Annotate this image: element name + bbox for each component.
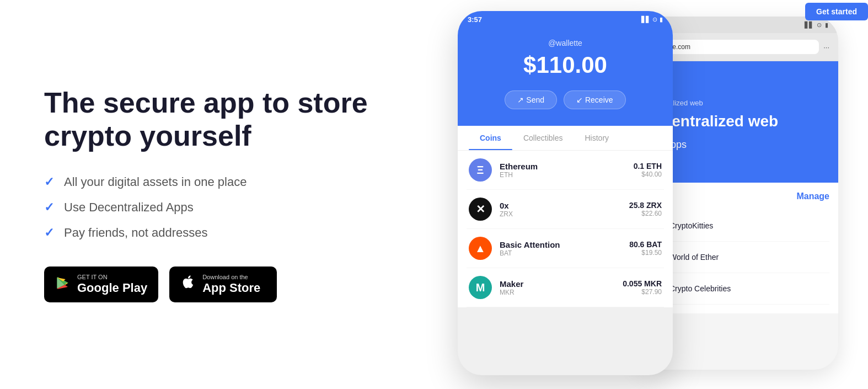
coin-list: Ξ Ethereum ETH 0.1 ETH $40.00 ✕ 0x ZRX — [458, 151, 673, 307]
mkr-usd: $27.90 — [623, 288, 662, 296]
features-list: ✓ All your digital assets in one place ✓… — [44, 175, 386, 240]
browser-menu-icon[interactable]: ··· — [823, 43, 829, 51]
wifi-icon: ⊙ — [652, 16, 657, 23]
crypto-celebrities-label: Crypto Celebrities — [669, 284, 731, 293]
mkr-value: 0.055 MKR $27.90 — [623, 279, 662, 296]
bg-battery-icon: ▮ — [825, 22, 828, 29]
bat-info: Basic Attention BAT — [500, 240, 621, 257]
tab-coins[interactable]: Coins — [469, 126, 512, 150]
zrx-info: 0x ZRX — [500, 201, 621, 218]
apple-icon — [180, 274, 196, 295]
phone-main: 3:57 ▋▋ ⊙ ▮ @wallette $110.00 ↗ Send ↙ R… — [458, 11, 673, 375]
eth-usd: $40.00 — [634, 170, 662, 178]
app-store-button[interactable]: Download on the App Store — [169, 267, 277, 302]
wallet-actions: ↗ Send ↙ Receive — [469, 90, 662, 109]
phone-time: 3:57 — [468, 15, 482, 24]
checkmark-icon-3: ✓ — [44, 226, 54, 240]
zrx-usd: $22.60 — [629, 210, 662, 217]
bat-amount: 80.6 BAT — [629, 240, 662, 249]
phone-status-bar: 3:57 ▋▋ ⊙ ▮ — [458, 11, 673, 28]
mkr-amount: 0.055 MKR — [623, 279, 662, 288]
coin-row-zrx[interactable]: ✕ 0x ZRX 25.8 ZRX $22.60 — [467, 190, 664, 229]
checkmark-icon-2: ✓ — [44, 200, 54, 215]
zrx-symbol: ZRX — [500, 210, 621, 218]
zrx-icon: ✕ — [469, 198, 492, 221]
bat-value: 80.6 BAT $19.50 — [629, 240, 662, 257]
mkr-symbol: MKR — [500, 289, 615, 296]
bg-signal-icon: ▋▋ — [805, 22, 813, 29]
coin-row-bat[interactable]: ▲ Basic Attention BAT 80.6 BAT $19.50 — [467, 229, 664, 268]
bat-icon: ▲ — [469, 237, 492, 260]
page-title: The secure app to store crypto yourself — [44, 87, 375, 153]
cryptokitties-label: CryptoKitties — [669, 221, 713, 230]
signal-icon: ▋▋ — [641, 16, 650, 23]
mkr-icon: M — [469, 276, 492, 299]
coin-row-mkr[interactable]: M Maker MKR 0.055 MKR $27.90 — [467, 268, 664, 307]
eth-symbol: ETH — [500, 171, 626, 179]
phone-status-icons: ▋▋ ⊙ ▮ — [641, 16, 663, 23]
page-container: Get started The secure app to store cryp… — [0, 0, 868, 389]
eth-info: Ethereum ETH — [500, 162, 626, 179]
eth-name: Ethereum — [500, 162, 626, 171]
mkr-name: Maker — [500, 279, 615, 289]
send-button[interactable]: ↗ Send — [505, 90, 557, 109]
feature-item-3: ✓ Pay friends, not addresses — [44, 226, 386, 240]
wallet-balance: $110.00 — [469, 52, 662, 78]
coin-row-eth[interactable]: Ξ Ethereum ETH 0.1 ETH $40.00 — [467, 151, 664, 190]
left-content: The secure app to store crypto yourself … — [0, 54, 430, 335]
bat-name: Basic Attention — [500, 240, 621, 249]
app-store-text: Download on the App Store — [202, 273, 260, 296]
zrx-amount: 25.8 ZRX — [629, 201, 662, 210]
battery-icon: ▮ — [660, 16, 663, 23]
eth-value: 0.1 ETH $40.00 — [634, 162, 662, 178]
tab-collectibles[interactable]: Collectibles — [512, 126, 574, 150]
phones-section: ▋▋ ⊙ ▮ coinbase.com ··· decentralized we… — [430, 0, 868, 389]
eth-icon: Ξ — [469, 158, 492, 182]
wallet-username: @wallette — [469, 39, 662, 47]
coin-tabs: Coins Collectibles History — [458, 126, 673, 151]
store-buttons: GET IT ON Google Play Download on the Ap… — [44, 267, 386, 302]
wallet-header: @wallette $110.00 ↗ Send ↙ Receive — [458, 28, 673, 126]
bat-usd: $19.50 — [629, 249, 662, 257]
checkmark-icon-1: ✓ — [44, 175, 54, 189]
tab-history[interactable]: History — [574, 126, 620, 150]
google-play-button[interactable]: GET IT ON Google Play — [44, 267, 158, 302]
google-play-icon — [55, 275, 71, 294]
google-play-text: GET IT ON Google Play — [77, 273, 147, 296]
feature-item-1: ✓ All your digital assets in one place — [44, 175, 386, 189]
mkr-info: Maker MKR — [500, 279, 615, 296]
get-started-button[interactable]: Get started — [805, 3, 868, 20]
eth-amount: 0.1 ETH — [634, 162, 662, 170]
world-of-ether-label: World of Ether — [669, 253, 719, 262]
feature-item-2: ✓ Use Decentralized Apps — [44, 200, 386, 215]
bg-wifi-icon: ⊙ — [817, 22, 822, 29]
zrx-value: 25.8 ZRX $22.60 — [629, 201, 662, 217]
zrx-name: 0x — [500, 201, 621, 210]
receive-button[interactable]: ↙ Receive — [564, 90, 625, 109]
bat-symbol: BAT — [500, 249, 621, 257]
